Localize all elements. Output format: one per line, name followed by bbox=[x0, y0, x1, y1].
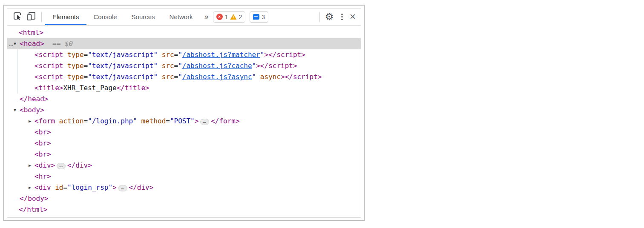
tree-row[interactable]: ▶<div>…</div> bbox=[7, 160, 361, 171]
tree-row[interactable]: …▼<head> == $0 bbox=[7, 38, 361, 49]
token-value: "text/javascript" bbox=[88, 73, 158, 81]
token-attr: src bbox=[158, 73, 174, 81]
more-options-button[interactable] bbox=[338, 12, 346, 22]
tree-row[interactable]: ▶<form action="/login.php" method="POST"… bbox=[7, 116, 361, 127]
token-eq: = bbox=[84, 51, 88, 59]
issues-badge[interactable]: 3 bbox=[250, 11, 268, 23]
close-devtools-button[interactable]: × bbox=[349, 11, 358, 23]
token-eq: = bbox=[166, 117, 170, 125]
errors-warnings-badge[interactable]: × 1 ! 2 bbox=[213, 11, 246, 23]
token-value: " bbox=[252, 62, 256, 70]
token-value: " bbox=[178, 51, 182, 59]
tree-row[interactable]: </html> bbox=[7, 204, 361, 215]
token-value: " bbox=[178, 73, 182, 81]
token-text: XHR_Test_Page bbox=[63, 84, 116, 92]
dom-tree: <html>…▼<head> == $0<script type="text/j… bbox=[7, 26, 361, 217]
error-count: 1 bbox=[225, 14, 228, 20]
token-attr: async bbox=[256, 73, 281, 81]
token-tag: <form bbox=[34, 117, 55, 125]
token-link[interactable]: /abshost.js?cache bbox=[182, 62, 252, 70]
token-value: "text/javascript" bbox=[88, 51, 158, 59]
inspect-element-button[interactable] bbox=[11, 10, 24, 23]
token-tag: ></script> bbox=[264, 51, 305, 59]
collapse-arrow-icon[interactable]: ▼ bbox=[14, 105, 16, 116]
token-link[interactable]: /abshost.js?async bbox=[182, 73, 252, 81]
panel-tabs: ElementsConsoleSourcesNetwork bbox=[45, 9, 200, 25]
tree-row[interactable]: <hr> bbox=[7, 171, 361, 182]
token-tag: <title> bbox=[34, 84, 63, 92]
token-tag: <div bbox=[34, 183, 51, 191]
token-tag: <html> bbox=[19, 28, 43, 37]
token-tag: </div> bbox=[129, 183, 154, 191]
token-tag: </form> bbox=[211, 117, 239, 125]
inline-expand-button[interactable]: … bbox=[118, 185, 127, 191]
token-value: " bbox=[252, 73, 256, 81]
settings-button[interactable]: ⚙ bbox=[323, 12, 336, 22]
token-eq: = bbox=[174, 51, 178, 59]
token-tag: </div> bbox=[67, 161, 92, 169]
close-icon: × bbox=[350, 11, 356, 22]
token-link[interactable]: /abshost.js?matcher bbox=[182, 51, 260, 59]
token-value: "text/javascript" bbox=[88, 62, 158, 70]
token-tag: <br> bbox=[34, 150, 51, 158]
token-tag: </title> bbox=[117, 84, 150, 92]
token-value: " bbox=[260, 51, 264, 59]
tab-sources[interactable]: Sources bbox=[124, 9, 162, 25]
token-tag: > bbox=[195, 117, 199, 125]
tab-network[interactable]: Network bbox=[162, 9, 200, 25]
devtools-toolbar: ElementsConsoleSourcesNetwork » × 1 ! 2 … bbox=[7, 9, 361, 26]
token-eq: = bbox=[84, 117, 88, 125]
expand-arrow-icon[interactable]: ▶ bbox=[29, 182, 31, 193]
toolbar-divider bbox=[319, 12, 320, 22]
token-eq: = bbox=[174, 73, 178, 81]
inspect-cursor-icon bbox=[12, 11, 23, 23]
tree-row[interactable]: <title>XHR_Test_Page</title> bbox=[7, 83, 361, 94]
expand-arrow-icon[interactable]: ▶ bbox=[29, 116, 31, 127]
tree-row[interactable]: <script type="text/javascript" src="/abs… bbox=[7, 60, 361, 71]
inline-expand-button[interactable]: … bbox=[200, 119, 209, 125]
token-tag: <br> bbox=[34, 139, 51, 147]
more-tabs-button[interactable]: » bbox=[204, 12, 209, 21]
gutter-ellipsis-icon: … bbox=[9, 38, 13, 49]
tree-row[interactable]: </head> bbox=[7, 94, 361, 105]
token-tag: </html> bbox=[19, 205, 47, 214]
token-attr: method bbox=[137, 117, 166, 125]
devtools-panel: ElementsConsoleSourcesNetwork » × 1 ! 2 … bbox=[7, 8, 361, 218]
tree-row[interactable]: ▶<div id="login_rsp">…</div> bbox=[7, 182, 361, 193]
tab-elements[interactable]: Elements bbox=[45, 9, 86, 25]
token-attr: src bbox=[158, 51, 174, 59]
kebab-menu-icon bbox=[341, 14, 343, 20]
device-toolbar-button[interactable] bbox=[24, 10, 38, 23]
token-meta: == $0 bbox=[44, 40, 73, 48]
tree-row[interactable]: <script type="text/javascript" src="/abs… bbox=[7, 71, 361, 83]
token-eq: = bbox=[84, 62, 88, 70]
token-attr: id bbox=[51, 183, 63, 191]
token-value: "/login.php" bbox=[88, 117, 137, 125]
token-tag: <script bbox=[34, 73, 63, 81]
tab-console[interactable]: Console bbox=[86, 9, 124, 25]
token-eq: = bbox=[84, 73, 88, 81]
token-attr: src bbox=[158, 62, 174, 70]
token-tag: ></script> bbox=[281, 73, 322, 81]
token-value: "POST" bbox=[170, 117, 195, 125]
error-icon: × bbox=[216, 14, 223, 20]
token-tag: <br> bbox=[34, 128, 51, 136]
token-attr: type bbox=[63, 62, 83, 70]
token-value: " bbox=[178, 62, 182, 70]
token-tag: </body> bbox=[20, 194, 48, 202]
tree-row[interactable]: ▼<body> bbox=[7, 105, 361, 116]
tree-row[interactable]: <br> bbox=[7, 149, 361, 160]
token-tag: <script bbox=[34, 62, 63, 70]
tree-row[interactable]: </body> bbox=[7, 193, 361, 204]
expand-arrow-icon[interactable]: ▶ bbox=[29, 160, 31, 171]
tree-row[interactable]: <script type="text/javascript" src="/abs… bbox=[7, 49, 361, 60]
tree-row[interactable]: <br> bbox=[7, 127, 361, 138]
collapse-arrow-icon[interactable]: ▼ bbox=[14, 38, 16, 49]
devtools-window: ElementsConsoleSourcesNetwork » × 1 ! 2 … bbox=[3, 5, 365, 221]
token-tag: <head> bbox=[20, 40, 44, 48]
tree-row[interactable]: <html> bbox=[7, 27, 361, 38]
tree-row[interactable]: <br> bbox=[7, 138, 361, 149]
device-toolbar-icon bbox=[26, 11, 37, 23]
inline-expand-button[interactable]: … bbox=[57, 163, 66, 169]
token-attr: type bbox=[63, 73, 83, 81]
